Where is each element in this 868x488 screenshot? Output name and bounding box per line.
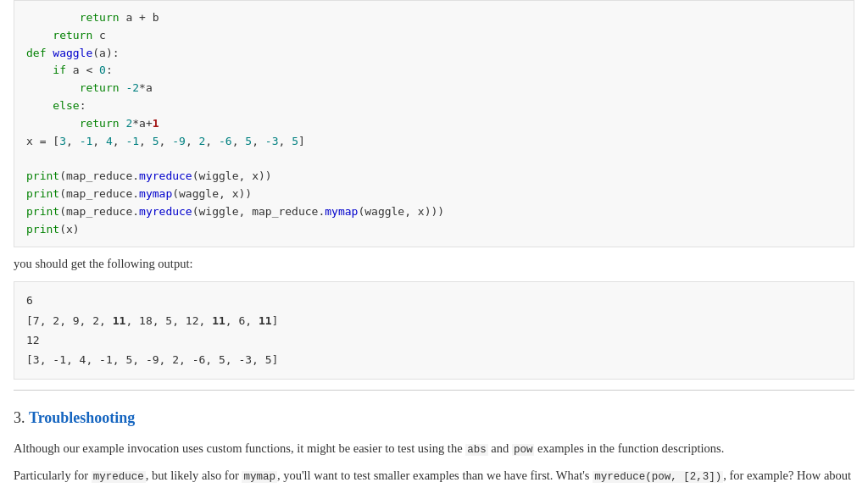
code-line: return -2*a — [26, 81, 153, 94]
output-line-4: [3, -1, 4, -1, 5, -9, 2, -6, 5, -3, 5] — [26, 353, 278, 366]
para1-text-before: Although our example invocation uses cus… — [14, 441, 465, 455]
output-block: 6 [7, 2, 9, 2, 11, 18, 5, 12, 11, 6, 11]… — [14, 281, 854, 380]
code-block-1: return a + b return c def waggle(a): if … — [14, 0, 854, 247]
code-line: return c — [26, 29, 106, 42]
para2-text4: , for example? How about — [723, 469, 851, 482]
para2-code2: mymap — [242, 471, 277, 483]
section-title: Troubleshooting — [29, 409, 135, 426]
output-line-1: 6 — [26, 294, 33, 307]
section-heading-troubleshooting: 3. Troubleshooting — [14, 406, 854, 430]
para2-text2: , but likely also for — [146, 469, 242, 482]
code-line: def waggle(a): — [26, 47, 120, 59]
code-line: x = [3, -1, 4, -1, 5, -9, 2, -6, 5, -3, … — [26, 135, 305, 147]
output-line-2: [7, 2, 9, 2, 11, 18, 5, 12, 11, 6, 11] — [26, 314, 278, 327]
para1-code2: pow — [512, 444, 535, 456]
code-line: print(map_reduce.mymap(waggle, x)) — [26, 187, 252, 200]
section-number: 3. — [14, 409, 25, 426]
para1-text-mid: and — [488, 441, 512, 455]
para2-text1: Particularly for — [14, 469, 92, 482]
prose-before-output: you should get the following output: — [14, 254, 854, 274]
section-divider — [14, 390, 854, 391]
paragraph-2: Particularly for myreduce, but likely al… — [14, 466, 854, 488]
output-line-3: 12 — [26, 334, 40, 347]
para2-code3: myreduce(pow, [2,3]) — [593, 471, 723, 483]
para1-text-after: examples in the function descriptions. — [534, 441, 724, 455]
code-line: else: — [26, 99, 86, 112]
code-line: print(map_reduce.myreduce(wiggle, x)) — [26, 169, 272, 182]
code-line: return a + b — [26, 11, 159, 24]
code-line: print(map_reduce.myreduce(wiggle, map_re… — [26, 205, 444, 218]
code-line: if a < 0: — [26, 64, 113, 76]
code-line: print(x) — [26, 223, 80, 236]
code-line: return 2*a+1 — [26, 117, 159, 130]
para2-text3: , you'll want to test smaller examples t… — [277, 469, 593, 482]
para2-code1: myreduce — [92, 471, 146, 483]
code-line — [26, 152, 33, 164]
paragraph-1: Although our example invocation uses cus… — [14, 439, 854, 459]
para1-code1: abs — [465, 444, 488, 456]
